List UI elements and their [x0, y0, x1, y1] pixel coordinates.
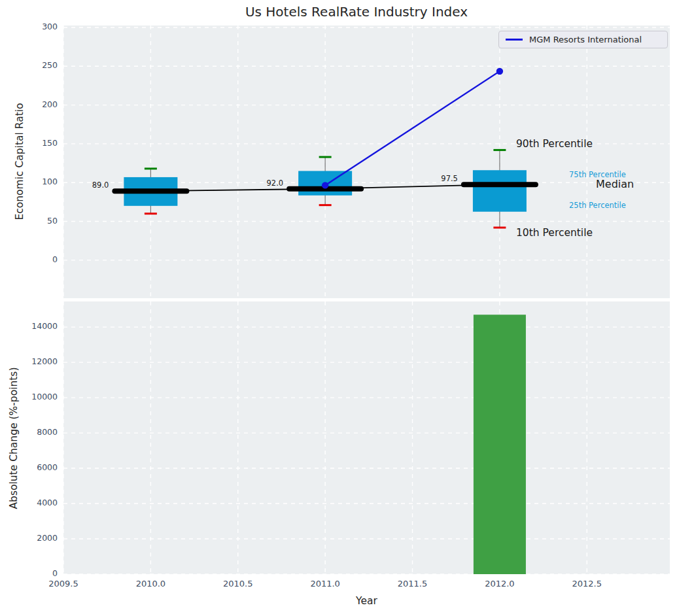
x-tick-label: 2011.0 [299, 579, 351, 589]
bottom-y-tick-label: 8000 [12, 427, 58, 437]
figure: Us Hotels RealRate Industry Index Econom… [0, 0, 677, 616]
x-tick-label: 2010.0 [124, 579, 177, 589]
top-panel [63, 26, 670, 298]
median-value-label: 89.0 [63, 180, 109, 190]
bottom-y-tick-label: 6000 [12, 462, 58, 472]
top-y-axis-label: Economic Capital Ratio [14, 103, 26, 220]
annotation-90th-percentile: 90th Percentile [516, 138, 593, 150]
change-bar [474, 315, 526, 574]
x-tick-label: 2010.5 [212, 579, 264, 589]
top-y-tick-label: 200 [12, 99, 58, 109]
top-y-tick-label: 0 [12, 254, 58, 264]
bottom-y-tick-label: 4000 [12, 498, 58, 507]
legend-label: MGM Resorts International [529, 35, 642, 44]
bottom-y-tick-label: 12000 [12, 356, 58, 366]
median-value-label: 97.5 [412, 174, 458, 183]
bottom-y-tick-label: 10000 [12, 392, 58, 402]
annotation-median: Median [596, 178, 634, 190]
top-y-tick-label: 250 [12, 60, 58, 70]
iqr-box [473, 170, 527, 211]
mgm-point [322, 182, 328, 188]
x-tick-label: 2011.5 [387, 579, 439, 589]
bottom-y-tick-label: 0 [12, 568, 58, 578]
median-value-label: 92.0 [237, 179, 283, 188]
x-tick-label: 2009.5 [37, 579, 90, 589]
chart-title: Us Hotels RealRate Industry Index [36, 4, 677, 20]
annotation-10th-percentile: 10th Percentile [516, 227, 593, 239]
bottom-y-tick-label: 14000 [12, 321, 58, 331]
annotation-25th-percentile: 25th Percentile [569, 201, 626, 210]
bottom-y-tick-label: 2000 [12, 533, 58, 543]
bottom-panel [63, 301, 670, 574]
panel2-canvas [63, 301, 670, 574]
top-y-tick-label: 50 [12, 216, 58, 226]
x-axis-label: Year [63, 595, 670, 607]
top-y-tick-label: 100 [12, 177, 58, 186]
bottom-y-axis-label: Absolute Change (%-points) [8, 368, 20, 509]
x-tick-label: 2012.5 [561, 579, 613, 589]
legend-line-swatch [506, 39, 523, 41]
mgm-point [496, 68, 503, 75]
top-y-tick-label: 300 [12, 22, 58, 31]
top-y-tick-label: 150 [12, 138, 58, 148]
legend: MGM Resorts International [498, 31, 668, 48]
panel1-canvas [63, 26, 670, 298]
x-tick-label: 2012.0 [474, 579, 526, 589]
